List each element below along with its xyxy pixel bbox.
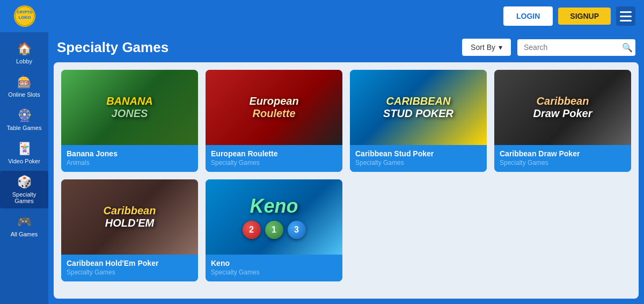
game-card-caribbean-draw-poker[interactable]: CaribbeanDraw Poker Caribbean Draw Poker… — [494, 70, 631, 172]
sidebar: 🏠 Lobby 🎰 Online Slots 🎡 Table Games 🃏 V… — [0, 32, 48, 304]
svg-text:LOKO: LOKO — [18, 15, 31, 20]
game-info: Keno Specialty Games — [206, 255, 342, 281]
game-name: Keno — [211, 259, 337, 267]
game-category: Specialty Games — [211, 159, 337, 167]
game-name: Caribbean Hold'Em Poker — [67, 259, 193, 267]
game-category: Specialty Games — [67, 269, 193, 276]
all-games-icon: 🎮 — [17, 215, 32, 229]
game-info: European Roulette Specialty Games — [206, 145, 342, 172]
slots-icon: 🎰 — [17, 75, 32, 89]
game-card-european-roulette[interactable]: EuropeanRoulette European Roulette Speci… — [206, 70, 342, 172]
search-icon: 🔍 — [622, 42, 633, 53]
top-bar-controls: Sort By ▾ 🔍 — [462, 39, 635, 56]
game-info: Caribbean Draw Poker Specialty Games — [494, 145, 631, 172]
game-thumbnail: Keno 2 1 3 — [206, 179, 342, 255]
game-category: Specialty Games — [355, 159, 481, 167]
sidebar-item-specialty-games[interactable]: 🎲 Specialty Games — [0, 171, 48, 208]
game-name: European Roulette — [211, 149, 337, 158]
search-input[interactable] — [524, 43, 618, 52]
game-thumbnail: BANANAJONES — [61, 70, 198, 145]
hamburger-line — [620, 20, 632, 21]
sort-label: Sort By — [471, 43, 495, 52]
main-layout: 🏠 Lobby 🎰 Online Slots 🎡 Table Games 🃏 V… — [0, 32, 644, 304]
header: CRYPTO LOKO LOGIN SIGNUP — [0, 0, 644, 32]
sidebar-item-online-slots[interactable]: 🎰 Online Slots — [0, 71, 48, 102]
game-card-caribbean-holdem[interactable]: CaribbeanHOLD'EM Caribbean Hold'Em Poker… — [61, 179, 198, 281]
sort-button[interactable]: Sort By ▾ — [462, 39, 511, 56]
sidebar-item-table-games[interactable]: 🎡 Table Games — [0, 104, 48, 135]
login-button[interactable]: LOGIN — [503, 6, 553, 26]
sidebar-item-label: All Games — [11, 231, 38, 237]
hamburger-line — [620, 16, 632, 17]
svg-text:CRYPTO: CRYPTO — [17, 10, 33, 14]
menu-button[interactable] — [616, 6, 635, 26]
games-grid: BANANAJONES Banana Jones Animals Europea… — [61, 70, 631, 281]
sidebar-item-label: Lobby — [16, 58, 32, 64]
search-box: 🔍 — [517, 39, 635, 56]
game-category: Specialty Games — [500, 159, 626, 167]
cards-icon: 🃏 — [17, 142, 32, 156]
game-name: Banana Jones — [67, 149, 193, 158]
signup-button[interactable]: SIGNUP — [558, 8, 611, 25]
sidebar-item-label: Online Slots — [8, 91, 40, 98]
sidebar-item-video-poker[interactable]: 🃏 Video Poker — [0, 137, 48, 169]
sidebar-item-label: Specialty Games — [2, 191, 46, 204]
sidebar-item-label: Video Poker — [8, 158, 40, 164]
game-thumbnail: CaribbeanDraw Poker — [494, 70, 631, 145]
logo-icon: CRYPTO LOKO — [9, 4, 41, 28]
hamburger-line — [620, 11, 632, 13]
logo-wrap: CRYPTO LOKO — [9, 4, 41, 28]
page-title: Specialty Games — [57, 39, 169, 56]
sidebar-item-lobby[interactable]: 🏠 Lobby — [0, 38, 48, 69]
game-name: Caribbean Stud Poker — [355, 149, 481, 158]
game-card-caribbean-stud-poker[interactable]: CARIBBEANSTUD POKER Caribbean Stud Poker… — [350, 70, 487, 172]
game-category: Animals — [67, 159, 193, 167]
sidebar-item-all-games[interactable]: 🎮 All Games — [0, 211, 48, 242]
game-thumbnail: CaribbeanHOLD'EM — [61, 179, 198, 255]
sidebar-item-label: Table Games — [7, 125, 42, 131]
game-card-keno[interactable]: Keno 2 1 3 Keno Specialty Games — [206, 179, 342, 281]
table-icon: 🎡 — [17, 108, 32, 122]
game-thumbnail: CARIBBEANSTUD POKER — [350, 70, 487, 145]
top-bar: Specialty Games Sort By ▾ 🔍 — [48, 32, 644, 62]
game-name: Caribbean Draw Poker — [500, 149, 626, 158]
game-card-banana-jones[interactable]: BANANAJONES Banana Jones Animals — [61, 70, 198, 172]
specialty-icon: 🎲 — [17, 175, 32, 189]
home-icon: 🏠 — [17, 42, 32, 56]
games-container: BANANAJONES Banana Jones Animals Europea… — [54, 62, 639, 299]
game-info: Caribbean Stud Poker Specialty Games — [350, 145, 487, 172]
game-info: Caribbean Hold'Em Poker Specialty Games — [61, 255, 198, 281]
content-area: Specialty Games Sort By ▾ 🔍 BANANAJONES … — [48, 32, 644, 304]
game-info: Banana Jones Animals — [61, 145, 198, 172]
game-category: Specialty Games — [211, 269, 337, 276]
header-actions: LOGIN SIGNUP — [503, 6, 635, 26]
chevron-down-icon: ▾ — [499, 43, 502, 52]
game-thumbnail: EuropeanRoulette — [206, 70, 342, 145]
